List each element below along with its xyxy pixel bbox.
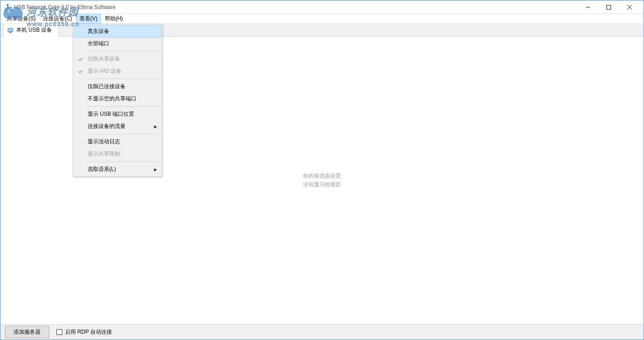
add-server-button[interactable]: 添加服务器	[5, 326, 49, 338]
close-button[interactable]	[619, 0, 640, 14]
menu-view[interactable]: 查看(V)	[76, 14, 101, 24]
empty-state: 你的筛选器设置 没有显示的项目	[303, 172, 341, 189]
maximize-button[interactable]	[598, 0, 619, 14]
menu-connect-device[interactable]: 连接设备(C)	[39, 14, 76, 24]
svg-rect-10	[9, 32, 11, 33]
checkbox-box	[56, 329, 62, 335]
menu-item-15[interactable]: 选取语系(L)▶	[74, 163, 161, 175]
svg-rect-9	[8, 28, 13, 31]
window-title: USB Network Gate 8.0 by Eltima Software	[14, 4, 578, 10]
menu-item-7[interactable]: 不显示空的共享端口	[74, 93, 161, 105]
menu-item-3: 仅限共享设备	[74, 53, 161, 65]
monitor-icon	[7, 27, 14, 33]
app-window: USB Network Gate 8.0 by Eltima Software …	[0, 0, 644, 340]
chevron-right-icon: ▶	[154, 124, 157, 129]
menu-separator	[87, 79, 160, 79]
tab-local-usb-devices[interactable]: 本机 USB 设备	[3, 24, 59, 37]
rdp-checkbox-label: 启用 RDP 自动连接	[65, 328, 112, 336]
menu-separator	[87, 51, 160, 52]
empty-line-2: 没有显示的项目	[303, 180, 341, 189]
chevron-right-icon: ▶	[154, 167, 157, 172]
check-icon	[78, 57, 83, 62]
menu-separator	[87, 161, 160, 162]
menu-item-0[interactable]: 真实设备	[74, 25, 161, 38]
menu-item-13: 显示共享限制	[74, 148, 161, 160]
empty-line-1: 你的筛选器设置	[303, 172, 341, 180]
svg-point-3	[9, 9, 11, 10]
tab-label: 本机 USB 设备	[16, 26, 52, 34]
menu-item-6[interactable]: 仅限已连接设备	[74, 80, 161, 93]
svg-rect-5	[607, 5, 611, 9]
svg-point-2	[5, 9, 6, 10]
rdp-auto-connect-checkbox[interactable]: 启用 RDP 自动连接	[56, 328, 112, 336]
menu-separator	[87, 134, 160, 134]
menu-separator	[87, 106, 160, 107]
menu-share-device[interactable]: 共享设备(S)	[3, 14, 39, 24]
menubar: 共享设备(S) 连接设备(C) 查看(V) 帮助(H)	[0, 14, 644, 24]
svg-rect-11	[9, 33, 12, 33]
svg-rect-0	[7, 4, 9, 6]
menu-item-12[interactable]: 显示活动日志	[74, 136, 161, 148]
titlebar: USB Network Gate 8.0 by Eltima Software	[0, 0, 644, 14]
bottom-bar: 添加服务器 启用 RDP 自动连接	[0, 324, 644, 340]
menu-item-4: 显示 HID 设备	[74, 65, 161, 77]
menu-item-10[interactable]: 连接设备的流量▶	[74, 120, 161, 132]
check-icon	[78, 69, 83, 74]
app-icon	[4, 4, 11, 11]
view-dropdown-menu: 真实设备全部端口仅限共享设备显示 HID 设备仅限已连接设备不显示空的共享端口显…	[73, 24, 162, 177]
window-controls	[578, 0, 640, 14]
menu-item-9[interactable]: 显示 USB 端口位置	[74, 108, 161, 120]
menu-help[interactable]: 帮助(H)	[101, 14, 127, 24]
minimize-button[interactable]	[578, 0, 598, 14]
menu-item-1[interactable]: 全部端口	[74, 38, 161, 50]
